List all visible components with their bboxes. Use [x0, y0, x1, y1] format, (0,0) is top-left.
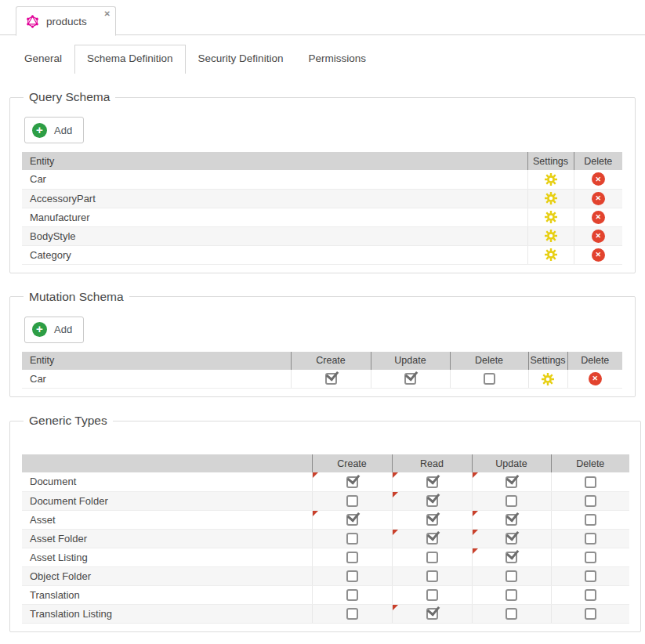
query-schema-section: Query Schema + Add Entity Settings Delet…	[9, 90, 636, 273]
checkbox-create[interactable]	[325, 373, 337, 385]
delete-icon[interactable]: ✕	[592, 192, 605, 205]
checkbox-update[interactable]	[505, 608, 517, 620]
type-label-cell: Asset Listing	[22, 548, 312, 566]
checkbox-delete[interactable]	[585, 495, 596, 507]
tab-general[interactable]: General	[12, 45, 74, 74]
column-header-remove: Delete	[567, 352, 622, 370]
tab-permissions[interactable]: Permissions	[295, 45, 379, 74]
checkbox-delete[interactable]	[585, 608, 596, 620]
table-row[interactable]: Document Folder	[22, 491, 629, 510]
table-header-row: Create Read Update Delete	[22, 454, 629, 472]
table-row[interactable]: BodyStyle✕	[22, 226, 622, 245]
generic-types-tbody: DocumentDocument FolderAssetAsset Folder…	[22, 472, 629, 623]
checkbox-delete[interactable]	[585, 589, 596, 601]
checkbox-create[interactable]	[346, 514, 358, 526]
column-header-update: Update	[472, 454, 551, 472]
checkbox-update[interactable]	[505, 589, 517, 601]
checkbox-read[interactable]	[426, 552, 438, 563]
delete-icon[interactable]: ✕	[589, 372, 602, 385]
gear-icon[interactable]	[545, 211, 557, 223]
checkbox-update[interactable]	[404, 373, 416, 385]
delete-icon[interactable]: ✕	[592, 172, 605, 186]
checkbox-read[interactable]	[426, 533, 438, 545]
dirty-marker	[393, 530, 398, 535]
checkbox-delete[interactable]	[585, 570, 596, 582]
table-row[interactable]: Object Folder	[22, 566, 629, 585]
table-row[interactable]: Asset Listing	[22, 548, 629, 566]
checkbox-delete[interactable]	[585, 552, 596, 563]
table-row[interactable]: AccessoryPart✕	[22, 189, 622, 208]
read-cell	[392, 472, 472, 491]
dirty-marker	[473, 548, 478, 554]
delete-cell	[551, 585, 629, 604]
gear-icon[interactable]	[545, 248, 557, 261]
delete-cell	[551, 491, 629, 510]
checkbox-create[interactable]	[346, 495, 358, 507]
table-row[interactable]: Manufacturer✕	[22, 208, 622, 226]
table-row[interactable]: Asset Folder	[22, 529, 629, 548]
dirty-marker	[473, 530, 478, 535]
gear-icon[interactable]	[545, 230, 557, 242]
checkbox-create[interactable]	[346, 570, 358, 582]
checkbox-create[interactable]	[346, 552, 358, 563]
checkbox-delete[interactable]	[484, 373, 495, 385]
create-cell	[291, 370, 371, 389]
checkbox-create[interactable]	[346, 589, 358, 601]
gear-icon[interactable]	[545, 173, 557, 186]
delete-cell: ✕	[574, 189, 622, 208]
checkbox-read[interactable]	[426, 514, 438, 526]
table-row[interactable]: Translation	[22, 585, 629, 604]
checkbox-create[interactable]	[346, 476, 358, 488]
type-label-cell: Object Folder	[22, 566, 312, 585]
checkbox-update[interactable]	[505, 552, 517, 563]
tab-schema-definition[interactable]: Schema Definition	[74, 45, 186, 74]
read-cell	[392, 529, 472, 548]
column-header-create: Create	[291, 352, 371, 370]
checkbox-read[interactable]	[426, 570, 438, 582]
table-row[interactable]: Document	[22, 472, 629, 491]
table-header-row: Entity Settings Delete	[22, 152, 622, 170]
checkbox-create[interactable]	[346, 608, 358, 620]
table-row[interactable]: Asset	[22, 510, 629, 529]
checkbox-read[interactable]	[426, 608, 438, 620]
table-row[interactable]: Car✕	[22, 170, 622, 189]
checkbox-delete[interactable]	[585, 514, 596, 526]
tab-security-definition[interactable]: Security Definition	[186, 45, 296, 74]
graphql-icon	[26, 15, 39, 28]
tab-products[interactable]: products ✕	[16, 6, 116, 36]
column-header-settings: Settings	[528, 352, 567, 370]
gear-icon[interactable]	[542, 373, 554, 385]
update-cell	[472, 529, 551, 548]
checkbox-delete[interactable]	[585, 533, 596, 545]
generic-types-table: Create Read Update Delete DocumentDocume…	[22, 454, 629, 624]
checkbox-update[interactable]	[505, 476, 517, 488]
column-header-create: Create	[312, 454, 392, 472]
checkbox-delete[interactable]	[585, 476, 596, 488]
table-row[interactable]: Category✕	[22, 245, 622, 264]
delete-icon[interactable]: ✕	[592, 211, 605, 224]
add-button[interactable]: + Add	[24, 317, 84, 343]
settings-cell	[528, 370, 567, 389]
dirty-marker	[473, 472, 478, 478]
add-button[interactable]: + Add	[24, 117, 84, 143]
close-icon[interactable]: ✕	[103, 9, 110, 18]
checkbox-create[interactable]	[346, 533, 358, 545]
add-button-label: Add	[54, 324, 72, 335]
entity-cell: Manufacturer	[22, 208, 527, 226]
delete-icon[interactable]: ✕	[592, 248, 605, 262]
delete-icon[interactable]: ✕	[592, 230, 605, 243]
table-row[interactable]: Translation Listing	[22, 604, 629, 623]
table-row[interactable]: Car✕	[22, 370, 622, 389]
checkbox-read[interactable]	[426, 495, 438, 507]
checkbox-read[interactable]	[426, 589, 438, 601]
checkbox-read[interactable]	[426, 476, 438, 488]
checkbox-update[interactable]	[505, 514, 517, 526]
checkbox-update[interactable]	[505, 533, 517, 545]
type-label-cell: Translation	[22, 585, 312, 604]
create-cell	[312, 604, 392, 623]
checkbox-update[interactable]	[505, 495, 517, 507]
dirty-marker	[473, 511, 478, 516]
type-label-cell: Translation Listing	[22, 604, 312, 623]
gear-icon[interactable]	[545, 192, 557, 204]
checkbox-update[interactable]	[505, 570, 517, 582]
